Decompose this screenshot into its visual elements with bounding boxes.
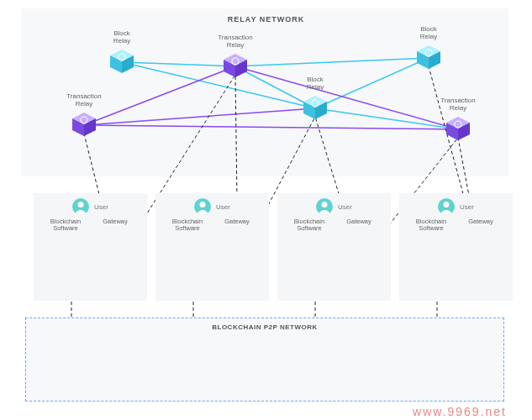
relay-node-label: BlockRelay bbox=[307, 76, 324, 92]
diagram-stage: RELAY NETWORK BlockRelayTransactionRelay… bbox=[0, 0, 532, 420]
p2p-network-title: BLOCKCHAIN P2P NETWORK bbox=[212, 323, 318, 331]
user-avatar-icon bbox=[438, 198, 455, 215]
watermark: www.9969.net bbox=[413, 405, 507, 418]
user-card: User BlockchainSoftware Gateway bbox=[34, 193, 147, 301]
p2p-network-box: BLOCKCHAIN P2P NETWORK bbox=[25, 318, 504, 402]
gateway-label: Gateway bbox=[459, 218, 503, 233]
relay-node-label: TransactionRelay bbox=[218, 34, 253, 50]
blockchain-software-label: BlockchainSoftware bbox=[409, 218, 453, 233]
user-label: User bbox=[216, 203, 230, 211]
relay-node-label: BlockRelay bbox=[420, 26, 437, 41]
user-card: User BlockchainSoftware Gateway bbox=[399, 193, 513, 301]
user-label: User bbox=[460, 203, 474, 211]
user-avatar-icon bbox=[194, 198, 211, 215]
relay-node-label: TransactionRelay bbox=[66, 93, 102, 108]
user-avatar-icon bbox=[316, 198, 333, 215]
gateway-label: Gateway bbox=[215, 218, 259, 233]
user-avatar-icon bbox=[72, 198, 89, 215]
relay-network-title: RELAY NETWORK bbox=[228, 15, 305, 24]
user-card: User BlockchainSoftware Gateway bbox=[155, 193, 269, 301]
relay-node-label: TransactionRelay bbox=[440, 97, 476, 113]
blockchain-software-label: BlockchainSoftware bbox=[166, 218, 209, 233]
blockchain-software-label: BlockchainSoftware bbox=[44, 218, 87, 233]
gateway-label: Gateway bbox=[337, 218, 381, 233]
gateway-label: Gateway bbox=[93, 218, 137, 233]
relay-node-label: BlockRelay bbox=[113, 30, 130, 45]
blockchain-software-label: BlockchainSoftware bbox=[287, 218, 331, 233]
user-card: User BlockchainSoftware Gateway bbox=[277, 193, 391, 301]
user-label: User bbox=[338, 203, 352, 211]
user-label: User bbox=[94, 203, 108, 211]
